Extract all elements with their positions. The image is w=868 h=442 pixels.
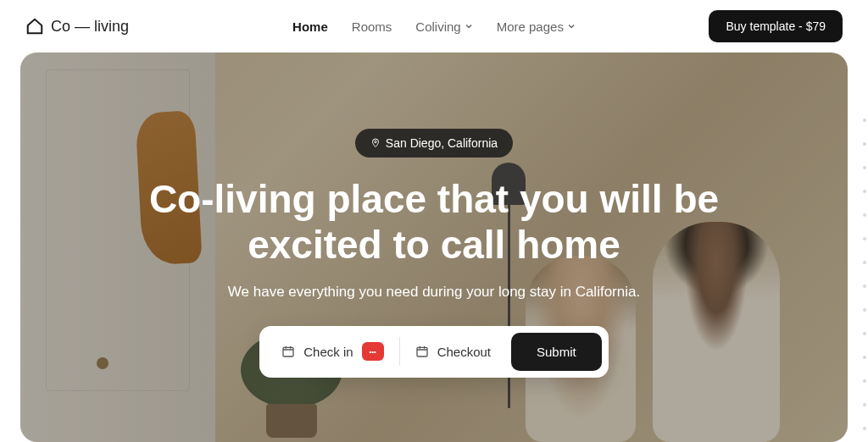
svg-point-0 bbox=[375, 141, 377, 143]
pin-icon bbox=[370, 138, 381, 148]
nav-rooms[interactable]: Rooms bbox=[352, 19, 392, 34]
submit-button[interactable]: Submit bbox=[511, 333, 602, 371]
chevron-down-icon bbox=[567, 22, 576, 30]
checkin-field[interactable]: Check in ••• bbox=[266, 334, 398, 369]
checkout-field[interactable]: Checkout bbox=[400, 336, 506, 367]
nav-coliving[interactable]: Coliving bbox=[415, 19, 472, 34]
chevron-down-icon bbox=[465, 22, 473, 30]
nav-more-pages[interactable]: More pages bbox=[497, 19, 576, 34]
svg-rect-1 bbox=[283, 347, 293, 356]
date-badge-icon: ••• bbox=[362, 342, 384, 361]
calendar-icon bbox=[415, 345, 429, 358]
checkin-label: Check in bbox=[303, 345, 353, 359]
site-header: Co — living Home Rooms Coliving More pag… bbox=[0, 0, 868, 52]
house-icon bbox=[25, 17, 44, 36]
nav-home[interactable]: Home bbox=[292, 19, 328, 34]
hero-content: San Diego, California Co-living place th… bbox=[20, 52, 848, 378]
checkout-label: Checkout bbox=[437, 345, 491, 359]
location-badge[interactable]: San Diego, California bbox=[355, 129, 513, 157]
hero-section: San Diego, California Co-living place th… bbox=[20, 52, 848, 442]
booking-bar: Check in ••• Checkout Submit bbox=[259, 326, 608, 378]
svg-rect-2 bbox=[417, 347, 427, 356]
logo-text: Co — living bbox=[51, 18, 129, 36]
hero-title: Co-living place that you will be excited… bbox=[137, 176, 731, 268]
logo[interactable]: Co — living bbox=[25, 17, 129, 36]
calendar-icon bbox=[281, 345, 295, 358]
location-text: San Diego, California bbox=[386, 136, 498, 150]
hero-subtitle: We have everything you need during your … bbox=[228, 284, 640, 301]
main-nav: Home Rooms Coliving More pages bbox=[292, 19, 576, 34]
buy-template-button[interactable]: Buy template - $79 bbox=[709, 10, 843, 42]
